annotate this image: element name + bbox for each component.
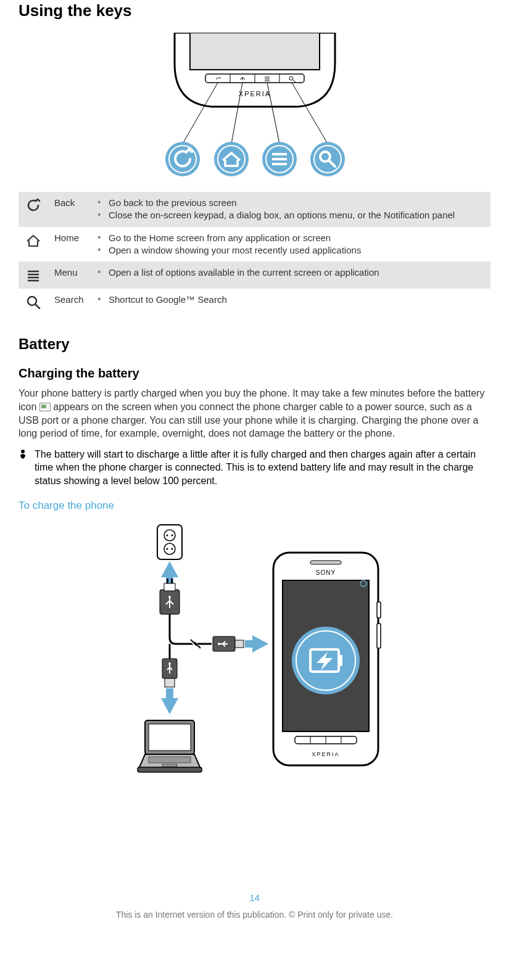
svg-point-13 (214, 142, 249, 176)
svg-rect-54 (245, 640, 254, 648)
svg-marker-38 (161, 561, 178, 577)
home-icon (25, 232, 42, 249)
home-icon-circle (214, 142, 249, 176)
key-desc: Go back to the previous screen (97, 197, 484, 209)
svg-rect-63 (149, 724, 191, 751)
svg-text:SONY: SONY (315, 569, 335, 576)
key-label: Back (48, 192, 91, 227)
search-icon (25, 294, 42, 311)
key-desc: Open a list of options available in the … (97, 266, 484, 279)
svg-rect-0 (190, 33, 320, 70)
key-row-menu: Menu Open a list of options available in… (19, 261, 490, 289)
key-label: Menu (48, 261, 91, 289)
svg-point-11 (165, 142, 200, 176)
svg-rect-75 (339, 655, 342, 666)
battery-image-icon (39, 403, 51, 411)
svg-point-20 (310, 142, 345, 176)
key-label: Search (48, 289, 91, 316)
svg-text:XPERIA: XPERIA (312, 751, 339, 757)
svg-rect-66 (138, 767, 202, 772)
svg-marker-60 (161, 698, 178, 714)
svg-point-37 (171, 548, 173, 550)
svg-point-28 (28, 297, 36, 305)
svg-point-33 (166, 534, 168, 536)
menu-icon (25, 266, 42, 284)
svg-rect-41 (164, 583, 175, 591)
svg-rect-82 (377, 602, 381, 618)
back-icon-circle (165, 142, 200, 176)
search-icon-circle (310, 142, 345, 176)
svg-rect-43 (171, 579, 173, 583)
xperia-logo-text: XPERIA (238, 90, 270, 97)
charge-diagram: SONY XPERIA (19, 522, 490, 781)
heading-using-keys: Using the keys (19, 0, 490, 22)
svg-rect-42 (167, 579, 168, 583)
heading-battery: Battery (19, 334, 490, 354)
svg-rect-64 (149, 757, 191, 763)
keys-table: Back Go back to the previous screen Clos… (19, 192, 490, 316)
heading-charging: Charging the battery (19, 365, 490, 382)
key-desc: Close the on-screen keypad, a dialog box… (97, 209, 484, 221)
note-text: The battery will start to discharge a li… (35, 448, 490, 488)
phone-illustration: SONY XPERIA (273, 553, 381, 765)
svg-rect-61 (166, 688, 173, 699)
charging-paragraph: Your phone battery is partly charged whe… (19, 387, 490, 440)
svg-point-34 (171, 534, 173, 536)
key-label: Home (48, 227, 91, 262)
phone-keys-diagram: XPERIA (19, 33, 490, 181)
key-row-search: Search Shortcut to Google™ Search (19, 289, 490, 316)
key-desc: Open a window showing your most recently… (97, 244, 484, 257)
svg-marker-53 (252, 635, 268, 653)
key-row-home: Home Go to the Home screen from any appl… (19, 227, 490, 262)
svg-point-30 (21, 450, 25, 453)
svg-rect-69 (310, 561, 341, 564)
heading-to-charge: To charge the phone (19, 499, 490, 513)
key-desc: Shortcut to Google™ Search (97, 294, 484, 306)
key-row-back: Back Go back to the previous screen Clos… (19, 192, 490, 227)
text-fragment: appears on the screen when you connect t… (19, 401, 478, 439)
menu-icon-circle (262, 142, 297, 176)
page-number: 14 (19, 892, 490, 904)
svg-point-36 (166, 548, 168, 550)
svg-line-29 (36, 305, 39, 308)
svg-rect-52 (235, 640, 244, 648)
laptop-icon (138, 720, 202, 772)
key-desc: Go to the Home screen from any applicati… (97, 232, 484, 244)
info-icon (19, 448, 30, 488)
svg-rect-83 (377, 624, 381, 648)
back-icon (25, 197, 42, 214)
footer-text: This is an Internet version of this publ… (19, 909, 490, 921)
svg-rect-65 (162, 764, 177, 767)
info-note: The battery will start to discharge a li… (19, 448, 490, 488)
svg-rect-58 (165, 678, 175, 687)
